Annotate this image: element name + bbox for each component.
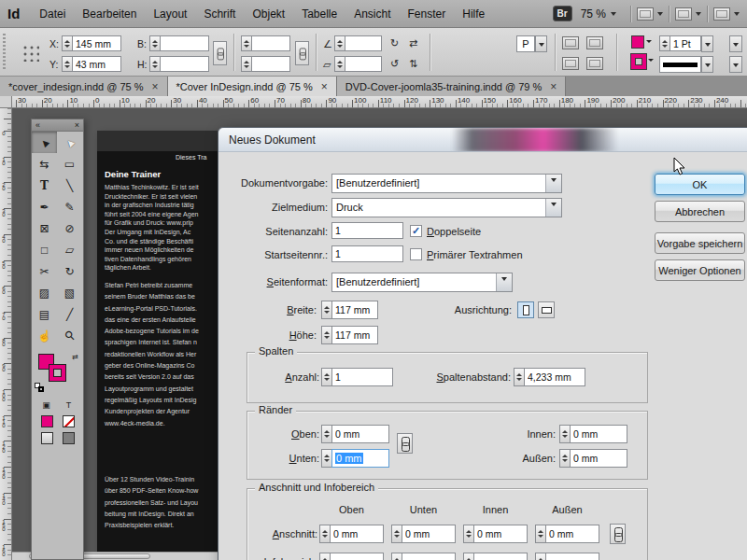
seitenformat-select[interactable]: [Benutzerdefiniert] — [331, 273, 513, 292]
menu-ansicht[interactable]: Ansicht — [345, 5, 399, 23]
document-tab[interactable]: DVD-Cover-joomla35-training.indd @ 79 %× — [337, 77, 567, 96]
stepper-up-down[interactable] — [319, 553, 330, 560]
tab-close-icon[interactable]: × — [550, 80, 557, 93]
scale-x-stepper[interactable] — [241, 35, 251, 51]
spaltenabstand-stepper[interactable] — [514, 368, 524, 386]
reference-point-proxy[interactable] — [21, 43, 39, 62]
formatting-affects-container-icon[interactable]: ▣ — [40, 399, 53, 411]
preview-mode-button[interactable] — [63, 432, 75, 444]
stroke-weight-stepper[interactable] — [659, 35, 669, 51]
panel-grip[interactable] — [3, 34, 6, 71]
select-next-icon[interactable] — [586, 36, 603, 49]
weniger-optionen-button[interactable]: Weniger Optionen — [655, 259, 745, 281]
ruler-origin-box[interactable] — [0, 96, 12, 108]
anzahl-input[interactable] — [331, 368, 393, 386]
infobereich-input-1[interactable] — [402, 553, 456, 560]
unten-stepper[interactable] — [321, 449, 331, 468]
y-input[interactable] — [72, 56, 121, 72]
collapse-panel-icon[interactable]: « — [35, 121, 40, 130]
scale-x-input[interactable] — [251, 35, 290, 51]
gradient-swatch-tool[interactable]: ▨ — [32, 282, 57, 303]
height-stepper[interactable] — [149, 56, 160, 72]
rectangle-tool[interactable]: □ — [32, 239, 57, 260]
swap-fill-stroke-icon[interactable]: ⇄ — [72, 353, 78, 361]
spaltenabstand-input[interactable] — [524, 368, 585, 386]
anschnitt-input-2[interactable] — [473, 525, 528, 543]
panel-menu-button[interactable] — [729, 35, 742, 52]
innen-stepper[interactable] — [559, 425, 570, 443]
arrange-documents-button[interactable] — [713, 7, 740, 21]
menu-layout[interactable]: Layout — [145, 5, 195, 23]
zoom-tool[interactable]: ⚲ — [57, 325, 82, 346]
oben-input[interactable] — [331, 425, 389, 443]
flip-vertical-icon[interactable]: ⇅ — [409, 58, 417, 70]
stroke-color-swatch[interactable] — [49, 365, 65, 381]
dialog-titlebar[interactable]: Neues Dokument — [218, 128, 747, 152]
innen-input[interactable] — [570, 425, 627, 443]
select-previous-icon[interactable] — [562, 57, 579, 70]
rotate-ccw-icon[interactable]: ↺ — [390, 58, 399, 70]
vorgabe-speichern-button[interactable]: Vorgabe speichern — [655, 232, 745, 254]
rotation-angle-input[interactable] — [345, 35, 382, 51]
dropdown-button[interactable] — [496, 273, 512, 291]
stepper-up-down[interactable] — [463, 525, 473, 543]
link-margins-button[interactable] — [397, 433, 413, 454]
zoom-level-select[interactable]: 75 % — [581, 7, 616, 21]
apply-color-button[interactable] — [41, 415, 53, 427]
anzahl-stepper[interactable] — [321, 368, 331, 386]
stroke-color-swatch[interactable] — [631, 54, 646, 69]
shear-stepper[interactable] — [334, 56, 345, 72]
aussen-input[interactable] — [570, 449, 627, 468]
ok-button[interactable]: OK — [655, 174, 745, 195]
menu-fenster[interactable]: Fenster — [400, 5, 455, 23]
seitenanzahl-input[interactable] — [331, 222, 403, 239]
selection-tool[interactable]: ▲ — [32, 132, 57, 153]
direct-selection-tool[interactable]: ▲ — [57, 132, 82, 153]
infobereich-input-0[interactable] — [330, 553, 384, 560]
close-panel-icon[interactable]: × — [75, 121, 79, 130]
document-tab[interactable]: *cover_indesign.indd @ 75 %× — [0, 77, 168, 96]
stepper-up-down[interactable] — [391, 553, 402, 560]
abbrechen-button[interactable]: Abbrechen — [655, 201, 745, 222]
rotation-stepper[interactable] — [334, 35, 345, 51]
menu-tabelle[interactable]: Tabelle — [293, 5, 345, 23]
scale-y-input[interactable] — [251, 56, 290, 72]
screen-mode-button[interactable] — [675, 7, 701, 21]
startseitennr-input[interactable] — [331, 245, 403, 262]
bridge-button[interactable]: Br — [553, 6, 572, 21]
scale-y-stepper[interactable] — [241, 56, 251, 72]
aussen-stepper[interactable] — [559, 449, 570, 468]
height-input[interactable] — [160, 56, 209, 72]
select-last-icon[interactable] — [586, 57, 603, 70]
eyedropper-tool[interactable]: ╱ — [57, 303, 82, 325]
line-tool[interactable]: ╲ — [57, 175, 82, 196]
flip-horizontal-icon[interactable]: ⇄ — [409, 37, 417, 49]
menu-datei[interactable]: Datei — [31, 5, 74, 23]
rectangle-frame-tool[interactable]: ⊠ — [32, 217, 57, 239]
constrain-proportions-link[interactable] — [213, 41, 227, 65]
anschnitt-input-1[interactable] — [402, 525, 456, 543]
fill-color-swatch[interactable] — [631, 35, 644, 49]
type-tool[interactable]: T — [32, 175, 57, 196]
menu-hilfe[interactable]: Hilfe — [454, 5, 493, 23]
infobereich-input-3[interactable] — [545, 553, 599, 560]
stepper-up-down[interactable] — [463, 553, 473, 560]
pencil-tool[interactable]: ✎ — [57, 196, 82, 217]
dokumentvorgabe-select[interactable]: [Benutzerdefiniert] — [331, 174, 562, 193]
view-options-button[interactable] — [637, 7, 663, 21]
default-stroke-icon[interactable] — [38, 386, 44, 392]
dropdown-button[interactable] — [545, 175, 561, 192]
stepper-up-down[interactable] — [391, 525, 402, 543]
dropdown-button[interactable] — [545, 199, 561, 217]
tab-close-icon[interactable]: × — [321, 80, 328, 93]
width-input[interactable] — [160, 35, 209, 51]
breite-input[interactable] — [331, 301, 378, 319]
stroke-weight-dropdown-button[interactable] — [701, 35, 713, 52]
scissors-tool[interactable]: ✂ — [32, 260, 57, 282]
select-container-button[interactable]: P — [516, 35, 535, 52]
container-dropdown-button[interactable] — [535, 35, 547, 52]
infobereich-input-2[interactable] — [473, 553, 528, 560]
stroke-style-select[interactable] — [659, 56, 701, 73]
constrain-scale-link[interactable] — [295, 41, 309, 65]
tab-close-icon[interactable]: × — [151, 80, 158, 93]
